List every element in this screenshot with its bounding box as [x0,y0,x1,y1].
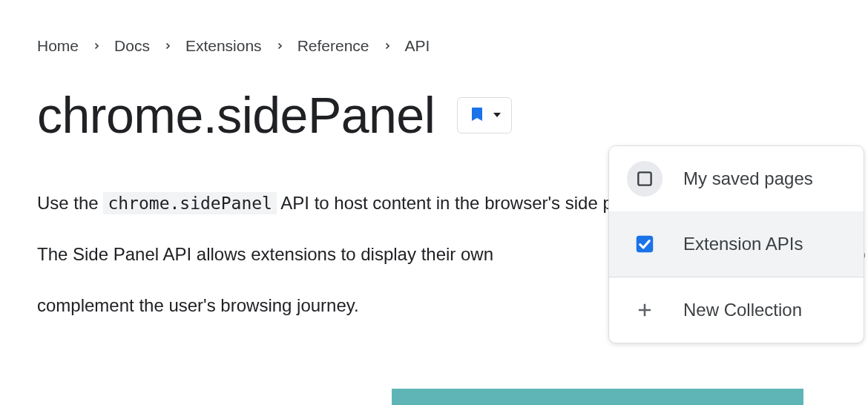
chevron-right-icon [163,42,172,50]
breadcrumb-extensions[interactable]: Extensions [185,37,262,55]
title-row: chrome.sidePanel My saved pages Extensio… [37,86,868,144]
dropdown-item-label: Extension APIs [683,234,803,254]
text: The Side Panel API allows extensions to … [37,244,493,264]
dropdown-item-label: My saved pages [683,168,813,189]
chevron-right-icon [92,42,101,50]
svg-rect-0 [638,172,651,185]
text: Use the [37,193,103,213]
bookmark-icon [468,105,486,125]
breadcrumb: Home Docs Extensions Reference API [37,37,868,55]
chevron-right-icon [383,42,392,50]
breadcrumb-api[interactable]: API [405,37,430,55]
inline-code: chrome.sidePanel [103,192,277,214]
bookmark-dropdown-menu: My saved pages Extension APIs New Collec… [608,145,864,343]
dropdown-item-label: New Collection [683,300,802,320]
checkbox-checked-icon [627,226,662,262]
checkbox-unchecked-icon [627,161,662,197]
page-title: chrome.sidePanel [37,86,435,144]
text: complement the user's browsing journey. [37,295,359,315]
breadcrumb-reference[interactable]: Reference [297,37,369,55]
breadcrumb-home[interactable]: Home [37,37,79,55]
svg-rect-1 [637,236,654,253]
bookmark-dropdown-button[interactable] [457,97,512,134]
dropdown-item-new-collection[interactable]: New Collection [609,277,864,343]
breadcrumb-docs[interactable]: Docs [114,37,150,55]
dropdown-item-extension-apis[interactable]: Extension APIs [609,211,864,277]
caret-down-icon [493,113,501,117]
chevron-right-icon [275,42,284,50]
dropdown-item-my-saved-pages[interactable]: My saved pages [609,146,864,211]
plus-icon [627,292,662,328]
